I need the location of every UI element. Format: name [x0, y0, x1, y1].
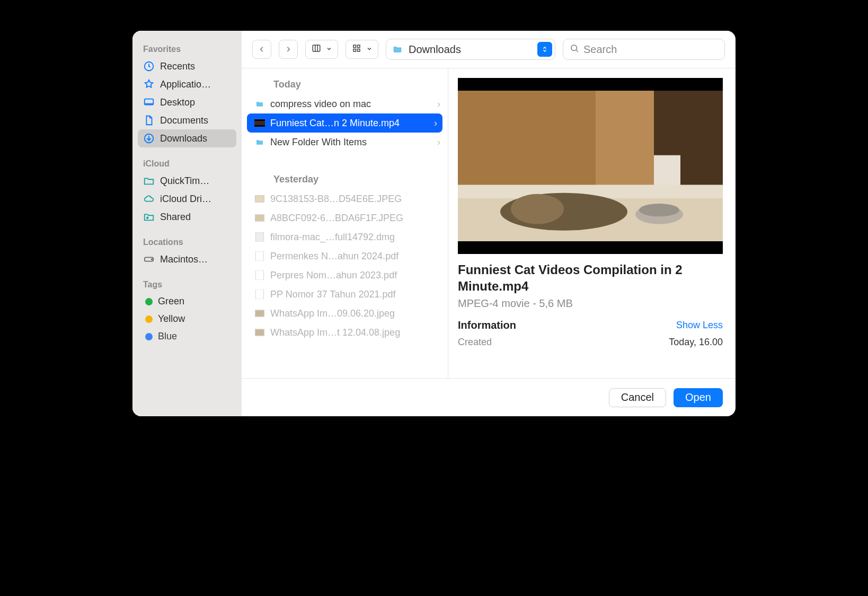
sidebar-item-label: Recents [160, 61, 195, 72]
video-thumb-icon [254, 119, 265, 127]
sidebar-item-desktop[interactable]: Desktop [138, 93, 236, 111]
preview-thumbnail [458, 78, 723, 254]
file-name: WhatsApp Im…09.06.20.jpeg [270, 308, 440, 319]
folder-icon [254, 138, 265, 146]
preview-title: Funniest Cat Videos Compilation in 2 Min… [458, 261, 723, 294]
sidebar-item-label: iCloud Dri… [160, 194, 211, 205]
list-item[interactable]: 9C138153-B8…D54E6E.JPEG [242, 189, 448, 208]
file-name: compress video on mac [270, 99, 432, 110]
sidebar-item-label: Applicatio… [160, 79, 211, 90]
list-item[interactable]: filmora-mac_…full14792.dmg [242, 227, 448, 247]
group-by-button[interactable] [346, 40, 378, 59]
location-dropdown[interactable]: Downloads [386, 39, 555, 60]
image-thumb-icon [254, 309, 265, 318]
chevron-right-icon: › [437, 137, 440, 148]
sidebar-item-label: Shared [160, 212, 191, 223]
sidebar-item-applications[interactable]: Applicatio… [138, 75, 236, 93]
svg-rect-16 [256, 196, 264, 202]
sidebar-item-downloads[interactable]: Downloads [138, 129, 236, 147]
clock-icon [143, 60, 155, 72]
svg-rect-18 [256, 215, 264, 221]
svg-rect-28 [458, 91, 596, 188]
location-label: Downloads [409, 43, 461, 56]
chevron-down-icon [366, 45, 373, 54]
svg-rect-14 [254, 125, 265, 127]
cancel-button[interactable]: Cancel [609, 388, 666, 407]
sidebar-tag-yellow[interactable]: Yellow [138, 310, 236, 328]
sidebar-item-label: Blue [158, 331, 177, 342]
sidebar-item-recents[interactable]: Recents [138, 57, 236, 75]
file-name: New Folder With Items [270, 137, 432, 148]
image-thumb-icon [254, 214, 265, 222]
toolbar: Downloads Search [242, 31, 736, 68]
svg-rect-6 [313, 45, 320, 51]
list-item[interactable]: WhatsApp Im…t 12.04.08.jpeg [242, 323, 448, 342]
file-name: WhatsApp Im…t 12.04.08.jpeg [270, 327, 440, 338]
image-thumb-icon [254, 195, 265, 203]
preview-column: Funniest Cat Videos Compilation in 2 Min… [448, 68, 736, 378]
sidebar-group-locations: Locations [138, 234, 236, 250]
tag-dot-icon [145, 315, 153, 323]
desktop-icon [143, 97, 155, 108]
pdf-icon [254, 290, 265, 299]
svg-rect-21 [256, 270, 264, 280]
sidebar-item-documents[interactable]: Documents [138, 111, 236, 129]
main-panel: Downloads Search Today [242, 31, 736, 416]
tag-dot-icon [145, 333, 153, 340]
search-placeholder: Search [583, 43, 617, 56]
preview-subtitle: MPEG-4 movie - 5,6 MB [458, 297, 723, 310]
sidebar-item-label: Macintos… [160, 254, 208, 265]
sidebar-item-label: Yellow [158, 313, 185, 325]
list-item[interactable]: New Folder With Items › [242, 133, 448, 152]
svg-rect-31 [654, 155, 680, 188]
svg-point-11 [571, 45, 577, 51]
sidebar-item-macintosh-hd[interactable]: Macintos… [138, 250, 236, 268]
svg-rect-29 [596, 91, 654, 185]
list-item[interactable]: WhatsApp Im…09.06.20.jpeg [242, 304, 448, 323]
sidebar-item-shared[interactable]: Shared [138, 208, 236, 226]
list-item[interactable]: compress video on mac › [242, 94, 448, 113]
sidebar-tag-blue[interactable]: Blue [138, 328, 236, 345]
show-less-link[interactable]: Show Less [676, 320, 723, 331]
sidebar-item-label: Desktop [160, 97, 195, 108]
view-mode-button[interactable] [305, 40, 338, 59]
disk-icon [143, 253, 155, 265]
folder-icon [143, 175, 155, 187]
file-name: PP Nomor 37 Tahun 2021.pdf [270, 289, 440, 300]
svg-rect-10 [358, 49, 360, 52]
forward-button[interactable] [279, 40, 298, 59]
file-name: A8BCF092-6…BDA6F1F.JPEG [270, 213, 440, 224]
list-item[interactable]: PP Nomor 37 Tahun 2021.pdf [242, 285, 448, 304]
folder-icon [392, 45, 403, 54]
dialog-footer: Cancel Open [242, 378, 736, 416]
svg-rect-26 [256, 330, 264, 336]
svg-rect-20 [256, 251, 264, 261]
file-list-column: Today compress video on mac › Funniest C… [242, 68, 448, 378]
preview-created-value: Today, 16.00 [669, 337, 723, 348]
search-input[interactable]: Search [563, 39, 725, 60]
sidebar-tag-green[interactable]: Green [138, 293, 236, 310]
chevron-right-icon: › [434, 118, 437, 129]
columns-icon [311, 43, 322, 55]
back-button[interactable] [252, 40, 271, 59]
svg-rect-8 [358, 45, 360, 48]
sidebar: Favorites Recents Applicatio… Desktop Do… [132, 31, 242, 416]
file-name: Funniest Cat…n 2 Minute.mp4 [270, 118, 429, 129]
dmg-icon [254, 233, 265, 241]
file-name: filmora-mac_…full14792.dmg [270, 232, 440, 243]
sidebar-item-icloud-drive[interactable]: iCloud Dri… [138, 190, 236, 208]
list-item[interactable]: Perpres Nom…ahun 2023.pdf [242, 266, 448, 285]
list-item[interactable]: A8BCF092-6…BDA6F1F.JPEG [242, 208, 448, 227]
svg-point-37 [639, 204, 679, 216]
sidebar-item-quicktime[interactable]: QuickTim… [138, 172, 236, 190]
download-icon [143, 133, 155, 144]
apps-icon [143, 78, 155, 90]
updown-icon [537, 42, 552, 57]
list-item[interactable]: Permenkes N…ahun 2024.pdf [242, 247, 448, 266]
open-button[interactable]: Open [674, 388, 723, 407]
svg-rect-9 [353, 49, 356, 52]
svg-point-5 [152, 259, 153, 260]
sidebar-item-label: Downloads [160, 133, 207, 144]
search-icon [570, 43, 579, 55]
list-item[interactable]: Funniest Cat…n 2 Minute.mp4 › [247, 113, 442, 133]
